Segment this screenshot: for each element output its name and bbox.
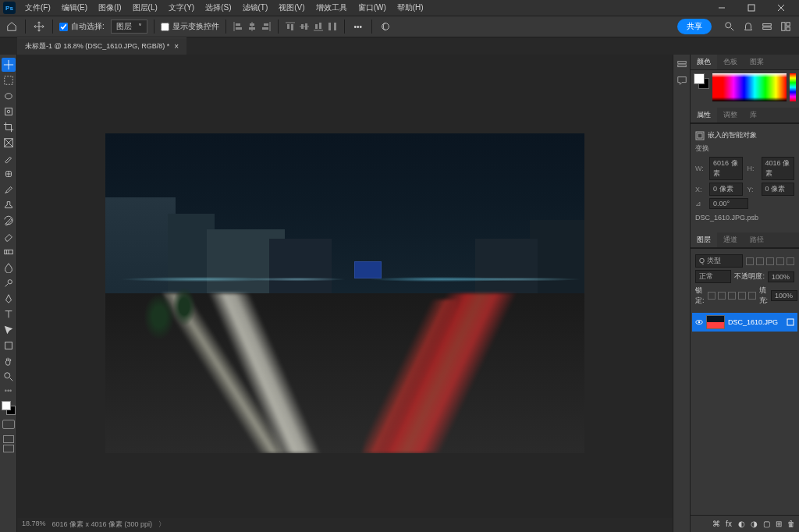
link-layers-icon[interactable]: ⌘ — [712, 520, 721, 529]
zoom-level[interactable]: 18.78% — [22, 520, 46, 530]
properties-tab[interactable]: 属性 — [691, 108, 717, 122]
selection-tool[interactable] — [2, 105, 16, 119]
zoom-tool[interactable] — [2, 370, 16, 384]
group-icon[interactable]: ▢ — [762, 520, 771, 529]
stamp-tool[interactable] — [2, 198, 16, 212]
color-fg-bg[interactable] — [694, 73, 709, 89]
type-tool[interactable] — [2, 307, 16, 321]
move-tool-icon[interactable] — [32, 20, 46, 34]
canvas[interactable] — [105, 133, 584, 453]
lasso-tool[interactable] — [2, 89, 16, 103]
menu-select[interactable]: 选择(S) — [201, 1, 236, 15]
libraries-tab[interactable]: 库 — [744, 108, 763, 122]
fx-icon[interactable]: fx — [724, 520, 733, 529]
delete-layer-icon[interactable]: 🗑 — [787, 520, 796, 529]
share-button[interactable]: 共享 — [677, 19, 712, 34]
lock-icons[interactable] — [708, 292, 756, 300]
doc-dimensions[interactable]: 6016 像素 x 4016 像素 (300 ppi) — [52, 520, 153, 530]
paths-tab[interactable]: 路径 — [744, 232, 770, 247]
color-swatch[interactable] — [2, 401, 16, 415]
marquee-tool[interactable] — [2, 73, 16, 87]
width-field[interactable]: 6016 像素 — [709, 157, 743, 180]
layer-item[interactable]: DSC_1610.JPG — [692, 313, 797, 332]
opacity-field[interactable]: 100% — [768, 271, 794, 282]
blur-tool[interactable] — [2, 261, 16, 275]
path-tool[interactable] — [2, 323, 16, 337]
distribute-icon[interactable] — [327, 21, 338, 32]
layer-filter-icons[interactable] — [746, 257, 794, 265]
workspace-icon[interactable] — [780, 21, 791, 32]
home-icon[interactable] — [5, 20, 19, 34]
new-layer-icon[interactable]: ⊞ — [774, 520, 783, 529]
align-bottom-icon[interactable] — [313, 21, 324, 32]
visibility-icon[interactable] — [695, 318, 703, 326]
close-tab-icon[interactable]: × — [174, 42, 179, 51]
canvas-area[interactable]: 18.78% 6016 像素 x 4016 像素 (300 ppi) 〉 — [17, 55, 673, 532]
align-right-icon[interactable] — [261, 21, 272, 32]
healing-tool[interactable] — [2, 167, 16, 181]
menu-plugin[interactable]: 增效工具 — [311, 1, 352, 15]
menu-file[interactable]: 文件(F) — [20, 1, 55, 15]
history-panel-icon[interactable] — [676, 59, 687, 70]
adjustments-tab[interactable]: 调整 — [717, 108, 744, 122]
mask-icon[interactable]: ◐ — [737, 520, 746, 529]
align-hcenter-icon[interactable] — [247, 21, 257, 32]
frame-tool[interactable] — [2, 136, 16, 150]
auto-select-check[interactable]: 自动选择: — [59, 21, 105, 32]
document-tab[interactable]: 未标题-1 @ 18.8% (DSC_1610.JPG, RGB/8) * × — [17, 37, 186, 55]
pen-tool[interactable] — [2, 292, 16, 306]
toolbar-more[interactable]: ••• — [5, 387, 12, 395]
hand-tool[interactable] — [2, 354, 16, 368]
auto-select-target[interactable]: 图层˅ — [111, 20, 147, 34]
channels-tab[interactable]: 通道 — [717, 232, 744, 247]
align-top-icon[interactable] — [285, 21, 296, 32]
align-vcenter-icon[interactable] — [299, 21, 310, 32]
3d-mode-icon[interactable] — [378, 20, 392, 34]
align-left-icon[interactable] — [233, 21, 243, 32]
angle-field[interactable]: 0.00° — [709, 198, 748, 209]
gradient-tool[interactable] — [2, 245, 16, 259]
window-close[interactable] — [766, 0, 796, 16]
fill-field[interactable]: 100% — [771, 290, 797, 301]
eyedropper-tool[interactable] — [2, 151, 16, 165]
menu-help[interactable]: 帮助(H) — [392, 1, 428, 15]
screen-mode-icon[interactable] — [3, 435, 14, 452]
window-maximize[interactable] — [737, 0, 766, 16]
quick-mask-icon[interactable] — [2, 420, 15, 429]
menu-view[interactable]: 视图(V) — [274, 1, 309, 15]
height-field[interactable]: 4016 像素 — [762, 157, 795, 180]
color-spectrum[interactable] — [712, 73, 787, 101]
show-transform-check[interactable]: 显示变换控件 — [161, 21, 219, 32]
search-icon[interactable] — [724, 21, 735, 32]
layer-name[interactable]: DSC_1610.JPG — [728, 318, 778, 326]
layers-tab[interactable]: 图层 — [691, 232, 717, 247]
history-brush-tool[interactable] — [2, 214, 16, 228]
move-tool[interactable] — [2, 58, 16, 72]
more-options-icon[interactable]: ••• — [351, 20, 365, 34]
notifications-icon[interactable] — [743, 21, 754, 32]
patterns-tab[interactable]: 图案 — [744, 55, 770, 69]
window-minimize[interactable] — [707, 0, 737, 16]
adjustment-icon[interactable]: ◑ — [749, 520, 758, 529]
y-field[interactable]: 0 像素 — [762, 183, 795, 196]
menu-filter[interactable]: 滤镜(T) — [238, 1, 273, 15]
menu-edit[interactable]: 编辑(E) — [57, 1, 92, 15]
dodge-tool[interactable] — [2, 276, 16, 290]
comments-panel-icon[interactable] — [676, 75, 687, 86]
brush-tool[interactable] — [2, 183, 16, 197]
blend-mode[interactable]: 正常 — [695, 270, 731, 283]
layer-filter[interactable]: Q 类型 — [695, 254, 743, 268]
crop-tool[interactable] — [2, 120, 16, 134]
menu-layer[interactable]: 图层(L) — [128, 1, 162, 15]
menu-type[interactable]: 文字(Y) — [164, 1, 199, 15]
shape-tool[interactable] — [2, 339, 16, 353]
cloud-docs-icon[interactable] — [762, 21, 772, 32]
x-field[interactable]: 0 像素 — [709, 183, 743, 196]
hue-strip[interactable] — [790, 73, 796, 101]
menu-window[interactable]: 窗口(W) — [353, 1, 391, 15]
color-tab[interactable]: 颜色 — [691, 55, 717, 69]
swatches-tab[interactable]: 色板 — [717, 55, 744, 69]
menu-image[interactable]: 图像(I) — [94, 1, 126, 15]
eraser-tool[interactable] — [2, 229, 16, 243]
layer-thumbnail[interactable] — [706, 315, 725, 329]
